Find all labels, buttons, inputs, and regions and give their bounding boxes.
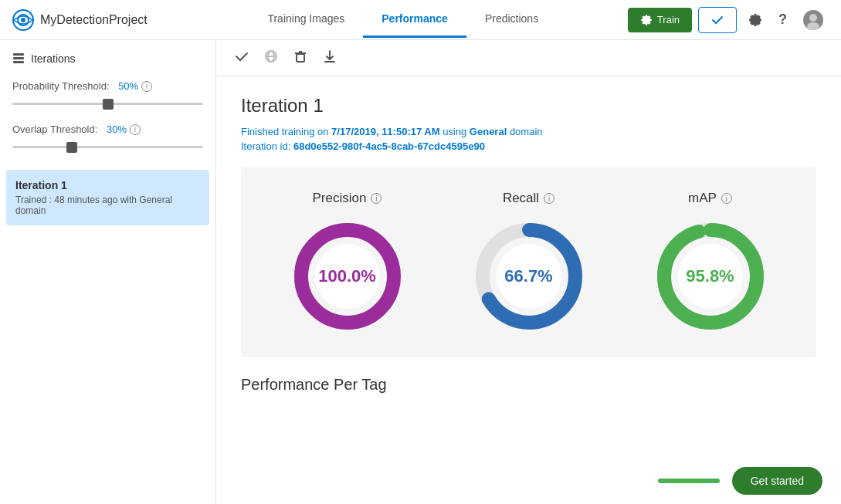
- progress-bar: [658, 479, 720, 483]
- checkmark-icon: [711, 14, 724, 26]
- svg-rect-6: [13, 53, 24, 56]
- train-label: Train: [657, 14, 680, 25]
- donut-precision: 100.0%: [290, 218, 405, 334]
- donut-recall: 66.7%: [471, 218, 587, 334]
- sidebar: Iterations Probability Threshold: 50% i …: [0, 40, 216, 504]
- recall-info-icon[interactable]: i: [544, 193, 554, 204]
- metric-label-recall: Recall i: [503, 191, 554, 206]
- logo: MyDetectionProject: [12, 9, 148, 31]
- metric-card-map: mAP i 95.8%: [653, 191, 768, 334]
- get-started-button[interactable]: Get started: [732, 467, 822, 495]
- iteration-item-title: Iteration 1: [15, 179, 200, 191]
- gear-icon: [640, 14, 653, 26]
- header: MyDetectionProject Training Images Perfo…: [0, 0, 841, 40]
- donut-map: 95.8%: [653, 218, 768, 334]
- tab-predictions[interactable]: Predictions: [466, 2, 557, 38]
- probability-threshold-slider[interactable]: [12, 103, 203, 105]
- iteration-item-desc: Trained : 48 minutes ago with General do…: [15, 194, 200, 216]
- metrics-section: Precision i 100.0% Recall i: [241, 167, 816, 357]
- user-button[interactable]: [798, 5, 829, 36]
- map-info-icon[interactable]: i: [721, 193, 732, 204]
- iteration-title: Iteration 1: [241, 95, 816, 117]
- tab-training-images[interactable]: Training Images: [249, 2, 363, 38]
- content-toolbar: [216, 40, 841, 76]
- main-layout: Iterations Probability Threshold: 50% i …: [0, 40, 841, 504]
- header-actions: Train ?: [628, 5, 829, 36]
- settings-button[interactable]: [743, 8, 768, 32]
- toolbar-check-icon[interactable]: [235, 49, 249, 66]
- donut-value-recall: 66.7%: [504, 266, 552, 286]
- svg-point-2: [21, 18, 25, 22]
- metric-label-precision: Precision i: [313, 191, 382, 206]
- probability-threshold-label: Probability Threshold: 50% i: [12, 80, 203, 92]
- iterations-icon: [12, 52, 25, 65]
- settings-icon: [748, 12, 763, 28]
- metric-card-recall: Recall i 66.7%: [471, 191, 587, 334]
- iteration-info: Finished training on 7/17/2019, 11:50:17…: [241, 126, 816, 137]
- probability-info-icon[interactable]: i: [141, 81, 152, 92]
- performance-per-tag-label: Performance Per Tag: [241, 376, 816, 394]
- content-body: Iteration 1 Finished training on 7/17/20…: [216, 76, 841, 412]
- svg-point-5: [807, 22, 819, 30]
- svg-rect-7: [13, 57, 24, 59]
- probability-threshold-section: Probability Threshold: 50% i: [0, 74, 215, 117]
- user-avatar-icon: [802, 9, 824, 31]
- svg-rect-12: [297, 54, 304, 62]
- check-button[interactable]: [698, 7, 737, 33]
- eye-icon: [12, 9, 34, 31]
- train-button[interactable]: Train: [628, 8, 692, 32]
- svg-point-4: [809, 14, 817, 22]
- donut-value-map: 95.8%: [686, 266, 734, 286]
- sidebar-header: Iterations: [0, 52, 215, 74]
- content: Iteration 1 Finished training on 7/17/20…: [216, 40, 841, 504]
- metric-label-map: mAP i: [688, 191, 732, 206]
- overlap-info-icon[interactable]: i: [130, 124, 141, 135]
- svg-rect-8: [13, 61, 24, 63]
- nav: Training Images Performance Predictions: [178, 2, 628, 38]
- tab-performance[interactable]: Performance: [363, 2, 466, 38]
- project-name: MyDetectionProject: [40, 13, 148, 27]
- iterations-label: Iterations: [31, 52, 76, 65]
- toolbar-globe-icon[interactable]: [264, 49, 278, 66]
- help-icon: ?: [778, 12, 787, 28]
- overlap-threshold-label: Overlap Threshold: 30% i: [12, 123, 203, 135]
- donut-value-precision: 100.0%: [318, 266, 376, 286]
- iteration-id: Iteration id: 68d0e552-980f-4ac5-8cab-67…: [241, 140, 816, 152]
- help-button[interactable]: ?: [774, 7, 792, 32]
- overlap-threshold-slider[interactable]: [12, 146, 203, 148]
- overlap-threshold-section: Overlap Threshold: 30% i: [0, 117, 215, 161]
- toolbar-download-icon[interactable]: [323, 49, 337, 66]
- toolbar-delete-icon[interactable]: [293, 49, 307, 66]
- get-started-bar: Get started: [216, 458, 841, 504]
- metric-card-precision: Precision i 100.0%: [290, 191, 405, 334]
- precision-info-icon[interactable]: i: [371, 193, 382, 204]
- iteration-list-item[interactable]: Iteration 1 Trained : 48 minutes ago wit…: [6, 170, 209, 225]
